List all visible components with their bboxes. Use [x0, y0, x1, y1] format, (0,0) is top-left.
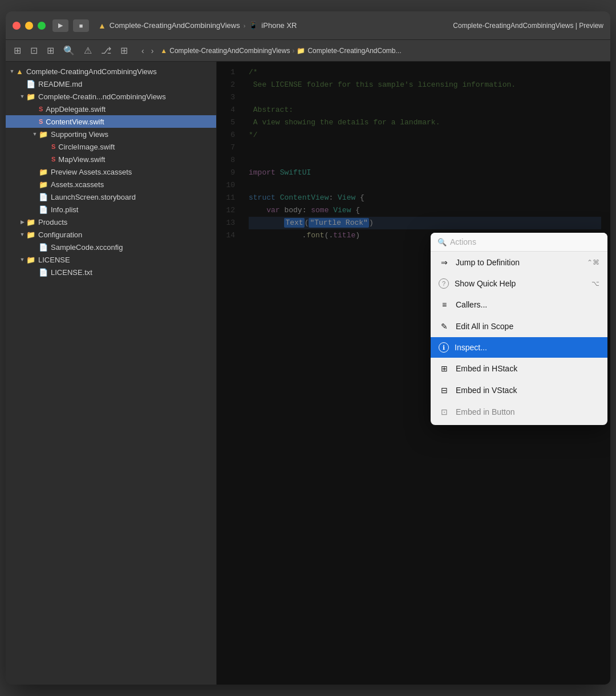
code-line-6: */	[249, 129, 601, 141]
sidebar-item-contentview[interactable]: ▶ S ContentView.swift	[6, 115, 216, 128]
context-menu-inspect[interactable]: ℹ Inspect...	[431, 337, 607, 358]
context-menu-edit-all[interactable]: ✎ Edit All in Scope	[431, 315, 607, 337]
inspect-label: Inspect...	[455, 343, 599, 352]
code-line-9: import SwiftUI	[249, 167, 601, 179]
play-button[interactable]: ▶	[52, 19, 68, 32]
sidebar-item-license-folder[interactable]: ▼ 📁 LICENSE	[6, 253, 216, 266]
button-icon: ⊡	[439, 406, 450, 418]
button-label: Embed in Button	[456, 407, 599, 416]
search-toolbar-icon[interactable]: 🔍	[61, 43, 77, 58]
sidebar: ▼ ▲ Complete-CreatingAndCombiningViews ▶…	[6, 62, 217, 685]
fullscreen-button[interactable]	[38, 22, 46, 30]
toolbar-breadcrumb: ▲ Complete-CreatingAndCombiningViews › 📁…	[160, 47, 605, 55]
context-menu-embed-button[interactable]: ⊡ Embed in Button	[431, 401, 607, 423]
sidebar-label-samplecode: SampleCode.xcconfig	[51, 243, 123, 252]
context-search-icon: 🔍	[437, 238, 447, 246]
launch-icon: 📄	[39, 193, 48, 201]
sidebar-item-root[interactable]: ▼ ▲ Complete-CreatingAndCombiningViews	[6, 65, 216, 78]
grid-icon[interactable]: ⊞	[118, 43, 130, 58]
sidebar-item-complete-folder[interactable]: ▼ 📁 Complete-Creatin...ndCombiningViews	[6, 90, 216, 103]
sidebar-item-mapview[interactable]: ▶ S MapView.swift	[6, 153, 216, 165]
sidebar-item-products[interactable]: ▶ 📁 Products	[6, 216, 216, 228]
swift-map-icon: S	[51, 156, 55, 163]
sidebar-label-preview: Preview Assets.xcassets	[51, 168, 132, 176]
disclosure-root: ▼	[8, 67, 16, 75]
nav-forward[interactable]: ›	[149, 45, 156, 56]
sidebar-item-supporting-views[interactable]: ▼ 📁 Supporting Views	[6, 128, 216, 140]
title-bar-right-panel: Complete-CreatingAndCombiningViews | Pre…	[453, 22, 603, 30]
title-bar-project: ▲ Complete-CreatingAndCombiningViews › 📱…	[98, 21, 297, 30]
quick-help-shortcut: ⌥	[591, 280, 599, 288]
code-line-3	[249, 91, 601, 104]
sidebar-item-infoplist[interactable]: ▶ 📄 Info.plist	[6, 203, 216, 216]
code-line-1: /*	[249, 66, 601, 79]
breadcrumb-chevron: ›	[292, 47, 294, 55]
warning-icon[interactable]: ⚠	[82, 43, 94, 58]
context-search-input[interactable]	[450, 237, 601, 246]
breakpoints-icon[interactable]: ⊞	[44, 43, 56, 58]
main-window: ▶ ■ ▲ Complete-CreatingAndCombiningViews…	[6, 11, 610, 685]
toolbar-nav: ‹ ›	[139, 45, 156, 56]
sidebar-item-configuration[interactable]: ▼ 📁 Configuration	[6, 228, 216, 241]
toolbar: ⊞ ⊡ ⊞ 🔍 ⚠ ⎇ ⊞ ‹ › ▲ Complete-CreatingAnd…	[6, 40, 610, 62]
sidebar-item-samplecode[interactable]: ▶ 📄 SampleCode.xcconfig	[6, 241, 216, 253]
stop-button[interactable]: ■	[73, 19, 89, 32]
project-folder-icon: ▲	[16, 67, 23, 76]
sidebar-label-contentview: ContentView.swift	[46, 118, 104, 126]
sidebar-label-launchscreen: LaunchScreen.storyboard	[51, 193, 136, 201]
navigator-icon[interactable]: ⊞	[11, 43, 23, 58]
nav-back[interactable]: ‹	[139, 45, 147, 56]
sidebar-item-readme[interactable]: ▶ 📄 README.md	[6, 78, 216, 90]
vstack-icon: ⊟	[439, 385, 450, 396]
context-menu-quick-help[interactable]: ? Show Quick Help ⌥	[431, 273, 607, 294]
sidebar-label-mapview: MapView.swift	[58, 155, 105, 164]
code-editor[interactable]: 1 2 3 4 5 6 7 8 9 10 11 12 13 14 /*	[217, 62, 610, 685]
debug-icon[interactable]: ⊡	[28, 43, 40, 58]
code-line-13: Text("Turtle Rock")	[249, 217, 601, 229]
breadcrumb-file[interactable]: Complete-CreatingAndComb...	[307, 47, 401, 55]
sidebar-label-license-folder: LICENSE	[38, 256, 70, 264]
complete-folder-icon: 📁	[26, 92, 35, 101]
disclosure-config: ▼	[18, 230, 26, 238]
sidebar-item-preview-assets[interactable]: ▶ 📁 Preview Assets.xcassets	[6, 165, 216, 178]
products-icon: 📁	[26, 218, 35, 226]
jump-def-label: Jump to Definition	[456, 258, 581, 267]
sidebar-item-launchscreen[interactable]: ▶ 📄 LaunchScreen.storyboard	[6, 191, 216, 203]
plist-icon: 📄	[39, 205, 48, 214]
callers-label: Callers...	[456, 300, 599, 309]
breadcrumb-project[interactable]: Complete-CreatingAndCombiningViews	[169, 47, 290, 55]
preview-assets-icon: 📁	[39, 168, 48, 176]
sidebar-item-license-txt[interactable]: ▶ 📄 LICENSE.txt	[6, 266, 216, 278]
git-icon[interactable]: ⎇	[99, 43, 114, 58]
device-name: iPhone XR	[261, 21, 297, 30]
project-icon: ▲	[98, 21, 106, 30]
title-bar-controls: ▶ ■	[52, 19, 89, 32]
edit-all-icon: ✎	[439, 321, 450, 332]
sidebar-item-assets[interactable]: ▶ 📁 Assets.xcassets	[6, 178, 216, 191]
sidebar-label-readme: README.md	[38, 80, 82, 88]
hstack-icon: ⊞	[439, 363, 450, 374]
close-button[interactable]	[13, 22, 21, 30]
breadcrumb-folder-icon2: 📁	[297, 47, 305, 55]
sidebar-label-config: Configuration	[38, 230, 82, 239]
context-menu-embed-hstack[interactable]: ⊞ Embed in HStack	[431, 358, 607, 379]
swift-contentview-icon: S	[39, 118, 43, 125]
sidebar-item-appdelegate[interactable]: ▶ S AppDelegate.swift	[6, 103, 216, 115]
sidebar-label-supporting: Supporting Views	[51, 130, 108, 139]
context-menu-embed-vstack[interactable]: ⊟ Embed in VStack	[431, 379, 607, 401]
line-numbers: 1 2 3 4 5 6 7 8 9 10 11 12 13 14	[217, 62, 240, 685]
sidebar-item-circleimage[interactable]: ▶ S CircleImage.swift	[6, 140, 216, 153]
sidebar-label-root: Complete-CreatingAndCombiningViews	[26, 67, 157, 76]
vstack-label: Embed in VStack	[456, 386, 599, 395]
sample-icon: 📄	[39, 243, 48, 252]
sidebar-label-license-txt: LICENSE.txt	[51, 268, 92, 277]
context-menu: 🔍 ⇒ Jump to Definition ⌃⌘ ? Show Quick H…	[431, 233, 607, 425]
code-line-7	[249, 141, 601, 154]
minimize-button[interactable]	[25, 22, 33, 30]
context-menu-callers[interactable]: ≡ Callers...	[431, 294, 607, 315]
context-menu-jump-to-definition[interactable]: ⇒ Jump to Definition ⌃⌘	[431, 252, 607, 273]
inspect-icon: ℹ	[439, 342, 449, 353]
hstack-label: Embed in HStack	[456, 364, 599, 373]
disclosure-supporting: ▼	[31, 130, 39, 138]
code-line-5: A view showing the details for a landmar…	[249, 116, 601, 129]
